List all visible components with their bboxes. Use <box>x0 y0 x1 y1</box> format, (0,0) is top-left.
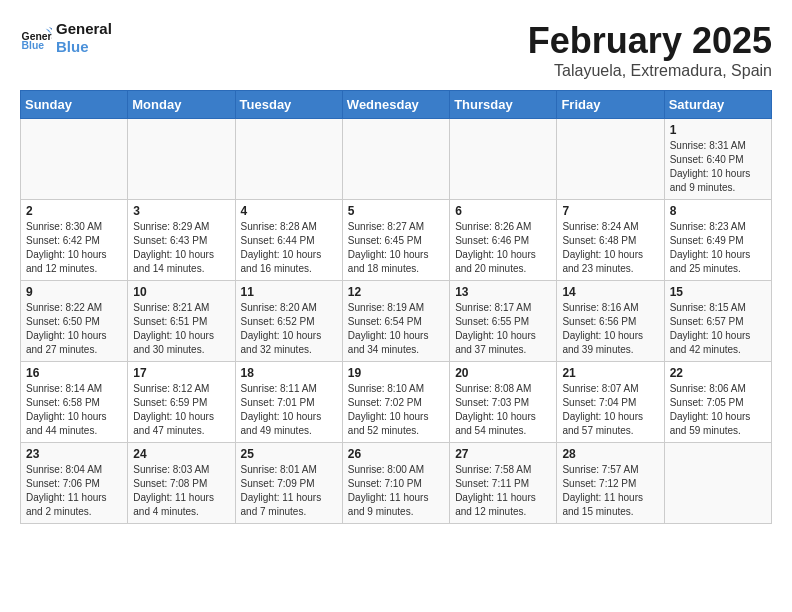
calendar-cell: 22Sunrise: 8:06 AM Sunset: 7:05 PM Dayli… <box>664 362 771 443</box>
calendar-cell: 2Sunrise: 8:30 AM Sunset: 6:42 PM Daylig… <box>21 200 128 281</box>
day-info: Sunrise: 7:58 AM Sunset: 7:11 PM Dayligh… <box>455 463 551 519</box>
day-info: Sunrise: 8:04 AM Sunset: 7:06 PM Dayligh… <box>26 463 122 519</box>
calendar-cell: 27Sunrise: 7:58 AM Sunset: 7:11 PM Dayli… <box>450 443 557 524</box>
calendar-cell: 23Sunrise: 8:04 AM Sunset: 7:06 PM Dayli… <box>21 443 128 524</box>
calendar-cell: 14Sunrise: 8:16 AM Sunset: 6:56 PM Dayli… <box>557 281 664 362</box>
calendar-cell: 5Sunrise: 8:27 AM Sunset: 6:45 PM Daylig… <box>342 200 449 281</box>
day-info: Sunrise: 8:06 AM Sunset: 7:05 PM Dayligh… <box>670 382 766 438</box>
day-number: 23 <box>26 447 122 461</box>
calendar-cell: 7Sunrise: 8:24 AM Sunset: 6:48 PM Daylig… <box>557 200 664 281</box>
calendar-cell: 11Sunrise: 8:20 AM Sunset: 6:52 PM Dayli… <box>235 281 342 362</box>
day-number: 9 <box>26 285 122 299</box>
week-row-4: 23Sunrise: 8:04 AM Sunset: 7:06 PM Dayli… <box>21 443 772 524</box>
day-number: 2 <box>26 204 122 218</box>
weekday-header-row: SundayMondayTuesdayWednesdayThursdayFrid… <box>21 91 772 119</box>
svg-text:Blue: Blue <box>22 40 45 51</box>
weekday-header-wednesday: Wednesday <box>342 91 449 119</box>
calendar-cell: 8Sunrise: 8:23 AM Sunset: 6:49 PM Daylig… <box>664 200 771 281</box>
day-number: 13 <box>455 285 551 299</box>
day-info: Sunrise: 8:27 AM Sunset: 6:45 PM Dayligh… <box>348 220 444 276</box>
day-number: 8 <box>670 204 766 218</box>
calendar-cell <box>128 119 235 200</box>
day-number: 3 <box>133 204 229 218</box>
day-number: 22 <box>670 366 766 380</box>
title-section: February 2025 Talayuela, Extremadura, Sp… <box>528 20 772 80</box>
day-info: Sunrise: 8:08 AM Sunset: 7:03 PM Dayligh… <box>455 382 551 438</box>
day-number: 19 <box>348 366 444 380</box>
calendar-cell: 1Sunrise: 8:31 AM Sunset: 6:40 PM Daylig… <box>664 119 771 200</box>
calendar-table: SundayMondayTuesdayWednesdayThursdayFrid… <box>20 90 772 524</box>
weekday-header-thursday: Thursday <box>450 91 557 119</box>
day-number: 26 <box>348 447 444 461</box>
day-info: Sunrise: 8:15 AM Sunset: 6:57 PM Dayligh… <box>670 301 766 357</box>
day-number: 12 <box>348 285 444 299</box>
calendar-cell: 12Sunrise: 8:19 AM Sunset: 6:54 PM Dayli… <box>342 281 449 362</box>
day-info: Sunrise: 7:57 AM Sunset: 7:12 PM Dayligh… <box>562 463 658 519</box>
calendar-cell <box>450 119 557 200</box>
day-number: 10 <box>133 285 229 299</box>
calendar-cell: 25Sunrise: 8:01 AM Sunset: 7:09 PM Dayli… <box>235 443 342 524</box>
day-info: Sunrise: 8:21 AM Sunset: 6:51 PM Dayligh… <box>133 301 229 357</box>
day-number: 1 <box>670 123 766 137</box>
calendar-cell <box>664 443 771 524</box>
weekday-header-friday: Friday <box>557 91 664 119</box>
day-info: Sunrise: 8:20 AM Sunset: 6:52 PM Dayligh… <box>241 301 337 357</box>
calendar-title: February 2025 <box>528 20 772 62</box>
day-number: 16 <box>26 366 122 380</box>
day-info: Sunrise: 8:22 AM Sunset: 6:50 PM Dayligh… <box>26 301 122 357</box>
calendar-cell: 6Sunrise: 8:26 AM Sunset: 6:46 PM Daylig… <box>450 200 557 281</box>
day-info: Sunrise: 8:23 AM Sunset: 6:49 PM Dayligh… <box>670 220 766 276</box>
calendar-cell <box>342 119 449 200</box>
day-info: Sunrise: 8:26 AM Sunset: 6:46 PM Dayligh… <box>455 220 551 276</box>
day-number: 6 <box>455 204 551 218</box>
day-info: Sunrise: 8:16 AM Sunset: 6:56 PM Dayligh… <box>562 301 658 357</box>
day-info: Sunrise: 8:28 AM Sunset: 6:44 PM Dayligh… <box>241 220 337 276</box>
day-info: Sunrise: 8:00 AM Sunset: 7:10 PM Dayligh… <box>348 463 444 519</box>
week-row-2: 9Sunrise: 8:22 AM Sunset: 6:50 PM Daylig… <box>21 281 772 362</box>
day-number: 17 <box>133 366 229 380</box>
calendar-cell: 13Sunrise: 8:17 AM Sunset: 6:55 PM Dayli… <box>450 281 557 362</box>
day-number: 21 <box>562 366 658 380</box>
logo-line1: General <box>56 20 112 38</box>
day-info: Sunrise: 8:07 AM Sunset: 7:04 PM Dayligh… <box>562 382 658 438</box>
day-info: Sunrise: 8:19 AM Sunset: 6:54 PM Dayligh… <box>348 301 444 357</box>
logo: General Blue General Blue <box>20 20 112 56</box>
week-row-3: 16Sunrise: 8:14 AM Sunset: 6:58 PM Dayli… <box>21 362 772 443</box>
day-info: Sunrise: 8:17 AM Sunset: 6:55 PM Dayligh… <box>455 301 551 357</box>
weekday-header-sunday: Sunday <box>21 91 128 119</box>
calendar-cell: 17Sunrise: 8:12 AM Sunset: 6:59 PM Dayli… <box>128 362 235 443</box>
logo-icon: General Blue <box>20 22 52 54</box>
day-info: Sunrise: 8:31 AM Sunset: 6:40 PM Dayligh… <box>670 139 766 195</box>
calendar-cell <box>235 119 342 200</box>
week-row-1: 2Sunrise: 8:30 AM Sunset: 6:42 PM Daylig… <box>21 200 772 281</box>
day-info: Sunrise: 8:29 AM Sunset: 6:43 PM Dayligh… <box>133 220 229 276</box>
day-number: 14 <box>562 285 658 299</box>
calendar-cell: 20Sunrise: 8:08 AM Sunset: 7:03 PM Dayli… <box>450 362 557 443</box>
calendar-cell: 4Sunrise: 8:28 AM Sunset: 6:44 PM Daylig… <box>235 200 342 281</box>
day-info: Sunrise: 8:30 AM Sunset: 6:42 PM Dayligh… <box>26 220 122 276</box>
logo-line2: Blue <box>56 38 112 56</box>
calendar-cell: 15Sunrise: 8:15 AM Sunset: 6:57 PM Dayli… <box>664 281 771 362</box>
weekday-header-tuesday: Tuesday <box>235 91 342 119</box>
day-number: 25 <box>241 447 337 461</box>
day-info: Sunrise: 8:10 AM Sunset: 7:02 PM Dayligh… <box>348 382 444 438</box>
calendar-cell: 10Sunrise: 8:21 AM Sunset: 6:51 PM Dayli… <box>128 281 235 362</box>
day-number: 27 <box>455 447 551 461</box>
day-number: 11 <box>241 285 337 299</box>
calendar-subtitle: Talayuela, Extremadura, Spain <box>528 62 772 80</box>
day-info: Sunrise: 8:03 AM Sunset: 7:08 PM Dayligh… <box>133 463 229 519</box>
day-info: Sunrise: 8:11 AM Sunset: 7:01 PM Dayligh… <box>241 382 337 438</box>
day-number: 5 <box>348 204 444 218</box>
day-number: 4 <box>241 204 337 218</box>
day-number: 7 <box>562 204 658 218</box>
day-number: 28 <box>562 447 658 461</box>
weekday-header-saturday: Saturday <box>664 91 771 119</box>
calendar-cell <box>21 119 128 200</box>
calendar-cell: 26Sunrise: 8:00 AM Sunset: 7:10 PM Dayli… <box>342 443 449 524</box>
day-number: 24 <box>133 447 229 461</box>
calendar-cell: 9Sunrise: 8:22 AM Sunset: 6:50 PM Daylig… <box>21 281 128 362</box>
calendar-cell: 19Sunrise: 8:10 AM Sunset: 7:02 PM Dayli… <box>342 362 449 443</box>
calendar-cell: 28Sunrise: 7:57 AM Sunset: 7:12 PM Dayli… <box>557 443 664 524</box>
day-info: Sunrise: 8:24 AM Sunset: 6:48 PM Dayligh… <box>562 220 658 276</box>
day-number: 18 <box>241 366 337 380</box>
